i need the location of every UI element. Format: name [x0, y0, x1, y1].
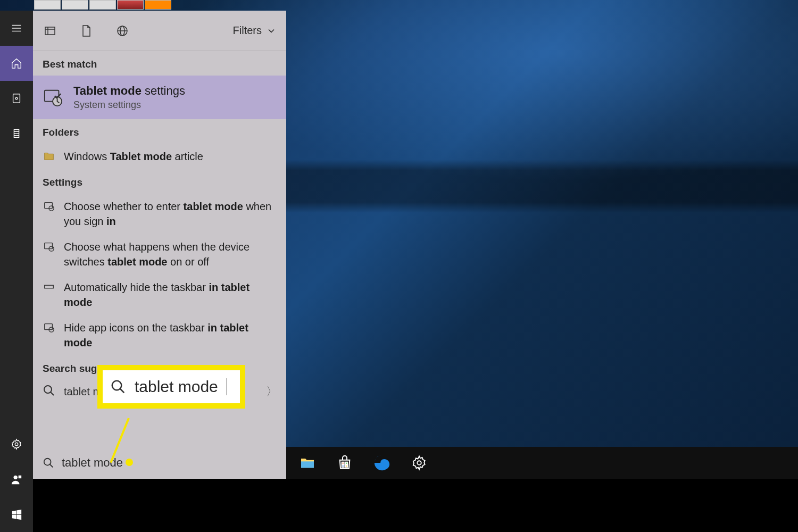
taskbar-store[interactable] — [334, 452, 355, 473]
filter-documents-icon[interactable] — [79, 23, 94, 38]
folder-icon — [43, 150, 55, 162]
settings-result-1[interactable]: Choose what happens when the device swit… — [33, 234, 286, 275]
windows-start-icon[interactable] — [0, 497, 33, 532]
tablet-icon — [43, 240, 55, 252]
svg-rect-34 — [345, 462, 347, 464]
svg-line-30 — [50, 464, 53, 468]
svg-line-32 — [120, 389, 124, 393]
callout-text: tablet mode — [135, 378, 218, 396]
group-header-best-match: Best match — [33, 51, 286, 76]
taskbar-edge[interactable] — [371, 452, 393, 473]
home-icon[interactable] — [0, 46, 33, 81]
chevron-right-icon[interactable]: 〉 — [266, 384, 278, 400]
svg-rect-22 — [45, 243, 53, 249]
device-icon[interactable] — [0, 116, 33, 151]
settings-result-text: Automatically hide the taskbar in tablet… — [64, 280, 277, 310]
taskbar — [286, 447, 798, 479]
gear-icon[interactable] — [0, 427, 33, 462]
filters-label-text: Filters — [233, 24, 262, 37]
svg-rect-35 — [342, 465, 344, 467]
tablet-mode-icon — [43, 87, 64, 108]
svg-point-31 — [112, 381, 122, 390]
svg-point-10 — [14, 476, 18, 479]
best-match-subtitle: System settings — [73, 99, 185, 111]
start-menu-rail — [0, 11, 33, 532]
filters-dropdown[interactable]: Filters — [233, 24, 277, 37]
svg-rect-24 — [45, 285, 54, 288]
filter-apps-icon[interactable] — [43, 23, 57, 38]
svg-rect-36 — [345, 465, 347, 467]
cortana-search-panel: Filters Best match Tablet mode settings … — [33, 11, 286, 479]
bottom-black-bar — [0, 479, 798, 532]
chevron-down-icon — [266, 26, 277, 36]
settings-result-3[interactable]: Hide app icons on the taskbar in tablet … — [33, 315, 286, 355]
svg-point-4 — [15, 97, 18, 99]
best-match-result[interactable]: Tablet mode settings System settings — [33, 76, 286, 119]
best-match-title: Tablet mode settings — [73, 84, 185, 98]
desktop-top-icons — [34, 0, 171, 11]
svg-point-9 — [15, 443, 18, 446]
annotation-callout: tablet mode — [97, 365, 245, 409]
svg-rect-20 — [45, 203, 53, 209]
taskbar-icon — [43, 281, 55, 293]
folder-result-text: Windows Tablet mode article — [64, 149, 203, 164]
svg-rect-3 — [13, 94, 20, 103]
folder-result[interactable]: Windows Tablet mode article — [33, 144, 286, 169]
svg-line-28 — [51, 392, 54, 395]
svg-point-37 — [417, 461, 421, 465]
tablet-icon — [43, 200, 55, 212]
settings-result-0[interactable]: Choose whether to enter tablet mode when… — [33, 194, 286, 234]
settings-result-text: Choose what happens when the device swit… — [64, 239, 277, 269]
tablet-icon — [43, 321, 55, 333]
notebook-icon[interactable] — [0, 81, 33, 116]
taskbar-file-explorer[interactable] — [297, 452, 318, 473]
annotation-dot — [126, 459, 133, 466]
person-icon[interactable] — [0, 462, 33, 497]
search-icon — [43, 384, 55, 399]
svg-point-29 — [44, 459, 51, 466]
group-header-folders: Folders — [33, 119, 286, 144]
search-input[interactable] — [62, 456, 277, 470]
search-input-row[interactable] — [33, 447, 286, 479]
svg-rect-12 — [45, 27, 55, 35]
suggestion-text: tablet m — [64, 386, 102, 398]
filter-row: Filters — [33, 11, 286, 51]
settings-result-text: Choose whether to enter tablet mode when… — [64, 199, 277, 229]
hamburger-icon[interactable] — [0, 11, 33, 46]
svg-rect-25 — [45, 324, 53, 330]
filter-web-icon[interactable] — [115, 23, 130, 38]
settings-result-text: Hide app icons on the taskbar in tablet … — [64, 320, 277, 350]
taskbar-settings[interactable] — [409, 452, 430, 473]
search-icon — [110, 379, 126, 395]
search-icon — [43, 457, 54, 469]
settings-result-2[interactable]: Automatically hide the taskbar in tablet… — [33, 275, 286, 315]
svg-rect-11 — [19, 476, 21, 479]
svg-point-27 — [44, 386, 52, 393]
svg-rect-33 — [342, 462, 344, 464]
group-header-settings: Settings — [33, 169, 286, 194]
